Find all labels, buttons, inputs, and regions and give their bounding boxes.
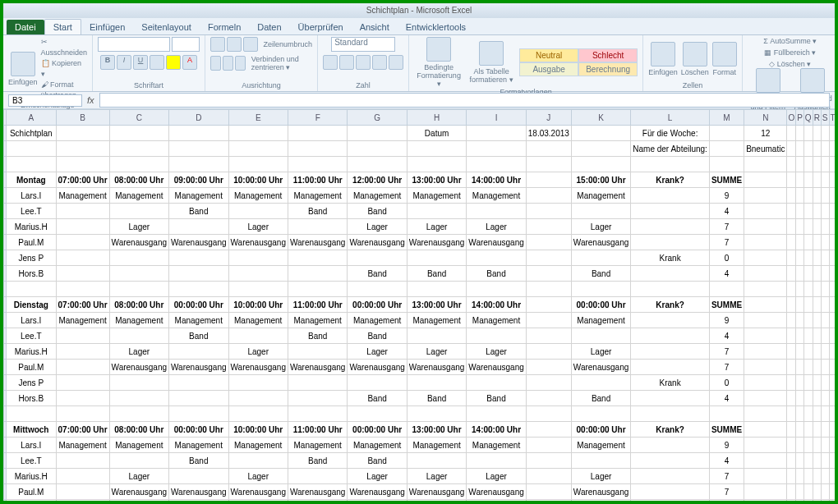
group-editing: Σ AutoSumme ▾ ▦ Füllbereich ▾ ◇ Löschen …: [743, 35, 838, 91]
cond-format-icon[interactable]: [426, 37, 451, 62]
find-icon[interactable]: [800, 68, 825, 93]
copy-button[interactable]: 📋 Kopieren ▾: [41, 58, 88, 80]
title-bar: Schichtplan - Microsoft Excel: [3, 3, 835, 18]
table-row[interactable]: Lee.TBandBandBand4: [4, 204, 836, 219]
align-center-icon[interactable]: [223, 56, 233, 71]
group-font: B I U A Schriftart: [93, 35, 205, 91]
format-cells-icon[interactable]: [712, 42, 737, 66]
align-left-icon[interactable]: [210, 56, 221, 71]
fill-color-button[interactable]: [166, 55, 181, 70]
table-row[interactable]: Paul.MWarenausgangWarenausgangWarenausga…: [4, 484, 836, 500]
number-format-select[interactable]: Standard: [331, 37, 395, 52]
fx-icon[interactable]: fx: [87, 95, 94, 105]
paste-icon[interactable]: [11, 52, 35, 76]
table-row[interactable]: Paul.MWarenausgangWarenausgangWarenausga…: [4, 360, 836, 375]
table-row[interactable]: [4, 157, 836, 172]
delete-cells-icon[interactable]: [683, 42, 707, 66]
style-neutral[interactable]: Neutral: [519, 48, 578, 62]
spreadsheet-grid[interactable]: ABCDEFGHIJKLMNOPQRSTU SchichtplanDatum18…: [3, 109, 835, 503]
file-tab[interactable]: Datei: [7, 20, 44, 34]
align-middle-icon[interactable]: [227, 37, 242, 52]
table-row[interactable]: SchichtplanDatum18.03.2013Für die Woche:…: [4, 126, 836, 141]
table-row[interactable]: Dienstag07:00:00 Uhr08:00:00 Uhr00:00:00…: [4, 297, 836, 313]
style-bad[interactable]: Schlecht: [578, 48, 638, 62]
table-row[interactable]: Hors.BBandBandBandBand4: [4, 391, 836, 406]
table-row[interactable]: Lars.IManagementManagementManagementMana…: [4, 188, 836, 204]
group-clipboard: Einfügen ✂ Ausschneiden 📋 Kopieren ▾ 🖌 F…: [3, 35, 93, 91]
align-bottom-icon[interactable]: [243, 37, 258, 52]
group-styles: Bedingte Formatierung ▾ Als Tabelle form…: [409, 35, 643, 91]
group-number: Standard Zahl: [318, 35, 409, 91]
group-cells: Einfügen Löschen Format Zellen: [643, 35, 743, 91]
tab-ansicht[interactable]: Ansicht: [352, 20, 398, 34]
font-color-button[interactable]: A: [182, 55, 197, 70]
sort-icon[interactable]: [756, 68, 780, 93]
percent-icon[interactable]: [339, 55, 354, 70]
tab-seitenlayout[interactable]: Seitenlayout: [133, 20, 200, 34]
col-header-row: ABCDEFGHIJKLMNOPQRSTU: [4, 110, 836, 126]
table-row[interactable]: Jens PKrank0: [4, 250, 836, 266]
table-row[interactable]: Mittwoch07:00:00 Uhr08:00:00 Uhr00:00:00…: [4, 422, 836, 438]
comma-icon[interactable]: [356, 55, 371, 70]
fill-button[interactable]: ▦ Füllbereich ▾: [764, 48, 816, 57]
tab-einfuegen[interactable]: Einfügen: [81, 20, 133, 34]
align-top-icon[interactable]: [210, 37, 225, 52]
name-box[interactable]: B3: [8, 94, 82, 107]
table-row[interactable]: Lee.TBandBandBand4: [4, 453, 836, 469]
table-row[interactable]: [4, 406, 836, 422]
table-row[interactable]: Marius.HLagerLagerLagerLagerLagerLager7: [4, 469, 836, 484]
ribbon: Einfügen ✂ Ausschneiden 📋 Kopieren ▾ 🖌 F…: [3, 35, 835, 92]
merge-button[interactable]: Verbinden und zentrieren ▾: [251, 55, 312, 71]
table-row[interactable]: Montag07:00:00 Uhr08:00:00 Uhr09:00:00 U…: [4, 172, 836, 188]
font-family-select[interactable]: [98, 37, 170, 52]
italic-button[interactable]: I: [117, 55, 131, 70]
style-output[interactable]: Ausgabe: [519, 62, 578, 76]
align-right-icon[interactable]: [235, 56, 246, 71]
tab-start[interactable]: Start: [44, 19, 81, 34]
group-alignment: Zeilenumbruch Verbinden und zentrieren ▾…: [205, 35, 318, 91]
table-row[interactable]: Name der Abteilung:Bneumatic: [4, 141, 836, 157]
inc-decimal-icon[interactable]: [372, 55, 387, 70]
ribbon-tabs: Datei Start Einfügen Seitenlayout Formel…: [3, 18, 835, 35]
tab-ueberpruefen[interactable]: Überprüfen: [290, 20, 352, 34]
style-calc[interactable]: Berechnung: [578, 62, 638, 76]
currency-icon[interactable]: [323, 55, 338, 70]
font-size-select[interactable]: [172, 37, 200, 52]
table-row[interactable]: Lars.IManagementManagementManagementMana…: [4, 313, 836, 328]
table-format-icon[interactable]: [479, 41, 504, 66]
table-row[interactable]: Marius.HLagerLagerLagerLagerLagerLager7: [4, 219, 836, 235]
table-row[interactable]: Lars.IManagementManagementManagementMana…: [4, 438, 836, 453]
table-row[interactable]: Paul.MWarenausgangWarenausgangWarenausga…: [4, 235, 836, 250]
table-row[interactable]: Marius.HLagerLagerLagerLagerLagerLager7: [4, 344, 836, 360]
insert-cells-icon[interactable]: [651, 42, 675, 66]
wrap-text-button[interactable]: Zeilenumbruch: [264, 40, 313, 48]
table-row[interactable]: Lee.TBandBandBand4: [4, 328, 836, 344]
clear-button[interactable]: ◇ Löschen ▾: [769, 60, 811, 68]
table-row[interactable]: [4, 282, 836, 297]
cut-button[interactable]: ✂ Ausschneiden: [41, 37, 88, 58]
bold-button[interactable]: B: [100, 55, 115, 70]
dec-decimal-icon[interactable]: [389, 55, 403, 70]
formula-bar-row: B3 fx: [3, 92, 835, 109]
formula-bar[interactable]: [99, 93, 830, 108]
border-button[interactable]: [150, 55, 164, 70]
tab-formeln[interactable]: Formeln: [200, 20, 249, 34]
tab-entwicklertools[interactable]: Entwicklertools: [398, 20, 474, 34]
autosum-button[interactable]: Σ AutoSumme ▾: [763, 37, 817, 45]
table-row[interactable]: Jens PKrank0: [4, 375, 836, 391]
table-row[interactable]: Hors.BBandBandBandBand4: [4, 266, 836, 282]
table-row[interactable]: Jens PKrank0: [4, 500, 836, 504]
tab-daten[interactable]: Daten: [249, 20, 289, 34]
underline-button[interactable]: U: [133, 55, 148, 70]
